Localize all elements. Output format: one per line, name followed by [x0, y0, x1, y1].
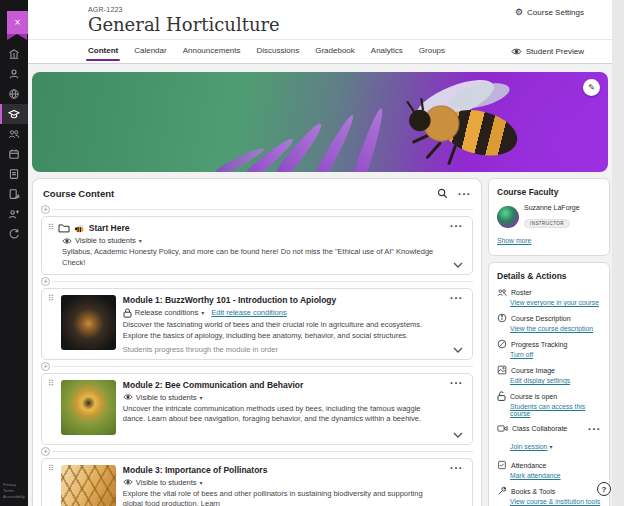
bee-illustration: [343, 76, 573, 168]
instructor-role-badge: INSTRUCTOR: [524, 219, 570, 228]
tab-analytics[interactable]: Analytics: [371, 41, 403, 62]
grades-icon: [8, 188, 20, 200]
instructor-avatar[interactable]: [497, 206, 519, 228]
drag-handle-icon[interactable]: ⠿: [48, 465, 54, 506]
base-nav-rail: × Privacy Terms Accessibility: [0, 0, 28, 506]
courses-icon: [8, 108, 20, 120]
item-menu-icon[interactable]: ···: [450, 466, 463, 470]
lock-icon: [123, 308, 132, 318]
add-content-button[interactable]: +: [41, 362, 50, 371]
item-visibility-row[interactable]: Visible to students ▾: [123, 478, 448, 487]
help-button[interactable]: ?: [597, 482, 611, 496]
item-menu-icon[interactable]: ···: [450, 296, 463, 300]
content-item-module-3[interactable]: ··· ⠿ Module 3: Importance of Pollinator…: [41, 458, 473, 506]
close-course-button[interactable]: ×: [7, 11, 28, 34]
details-actions-panel: Details & Actions Roster View everyone i…: [488, 262, 610, 506]
detail-row-roster: Roster View everyone in your course: [497, 288, 601, 306]
visible-eye-icon: [123, 478, 133, 486]
add-content-divider: +: [33, 275, 481, 288]
item-menu-icon[interactable]: ···: [450, 224, 463, 228]
item-visibility-row[interactable]: Visible to students ▾: [123, 393, 448, 402]
detail-label: Roster: [511, 289, 532, 296]
module-body: Module 1: BuzzWorthy 101 - Introduction …: [123, 295, 448, 354]
detail-row-course-open: Course is open Students can access this …: [497, 391, 601, 417]
module-body: Module 2: Bee Communication and Behavior…: [123, 380, 448, 435]
tab-content[interactable]: Content: [88, 41, 118, 62]
course-image-link[interactable]: Edit display settings: [510, 377, 601, 384]
nav-activity-stream[interactable]: [0, 84, 28, 104]
join-session-link[interactable]: Join session: [510, 443, 547, 450]
books-tools-link[interactable]: View course & institution tools: [510, 498, 601, 505]
nav-profile[interactable]: [0, 64, 28, 84]
tab-calendar[interactable]: Calendar: [134, 41, 166, 62]
edit-banner-button[interactable]: ✎: [583, 79, 600, 96]
add-content-button[interactable]: +: [41, 277, 50, 286]
caret-down-icon: ▾: [201, 309, 204, 316]
messages-icon: [8, 168, 20, 180]
calendar-icon: [8, 148, 20, 160]
add-content-button[interactable]: +: [41, 447, 50, 456]
detail-row-course-description: Course Description View the course descr…: [497, 313, 601, 332]
course-open-link[interactable]: Students can access this course: [510, 403, 601, 417]
nav-grades[interactable]: [0, 184, 28, 204]
drag-handle-icon[interactable]: ⠿: [48, 380, 54, 435]
content-item-module-1[interactable]: ··· ⠿ Module 1: BuzzWorthy 101 - Introdu…: [41, 288, 473, 360]
search-icon[interactable]: [437, 188, 448, 199]
tab-discussions[interactable]: Discussions: [257, 41, 300, 62]
course-description-link[interactable]: View the course description: [510, 325, 601, 332]
course-settings-button[interactable]: ⚙ Course Settings: [515, 8, 584, 17]
edit-release-conditions-link[interactable]: Edit release conditions: [211, 308, 286, 317]
student-preview-button[interactable]: Student Preview: [511, 47, 584, 56]
module-thumbnail: [61, 295, 116, 350]
item-menu-icon[interactable]: ···: [450, 381, 463, 385]
nav-messages[interactable]: [0, 164, 28, 184]
student-preview-eye-icon: [511, 47, 522, 56]
item-title[interactable]: Module 3: Importance of Pollinators: [123, 465, 448, 475]
nav-calendar[interactable]: [0, 144, 28, 164]
content-item-module-2[interactable]: ··· ⠿ Module 2: Bee Communication and Be…: [41, 373, 473, 445]
question-mark-icon: ?: [602, 485, 607, 494]
tab-announcements[interactable]: Announcements: [183, 41, 241, 62]
nav-courses[interactable]: [0, 104, 28, 124]
course-tabs: Content Calendar Announcements Discussio…: [88, 41, 511, 62]
content-item-start-here[interactable]: ··· ⠿ Start Here Visible to students ▾: [41, 216, 473, 275]
add-content-button[interactable]: +: [41, 205, 50, 214]
accessibility-link[interactable]: Accessibility: [3, 494, 25, 500]
detail-row-progress-tracking: Progress Tracking Turn off: [497, 339, 601, 358]
expand-chevron-icon[interactable]: [453, 432, 463, 438]
unlock-icon: [497, 391, 506, 401]
roster-link[interactable]: View everyone in your course: [510, 299, 601, 306]
nav-institution-page[interactable]: [0, 44, 28, 64]
tab-gradebook[interactable]: Gradebook: [315, 41, 355, 62]
course-faculty-title: Course Faculty: [497, 187, 601, 197]
join-session-row: Join session▾: [510, 435, 601, 453]
attendance-link[interactable]: Mark attendance: [510, 472, 601, 479]
content-menu-icon[interactable]: ···: [458, 192, 471, 196]
course-side-column: Course Faculty Suzanne LaForge INSTRUCTO…: [488, 178, 610, 506]
show-more-link[interactable]: Show more: [497, 237, 531, 244]
tab-groups[interactable]: Groups: [419, 41, 445, 62]
caret-down-icon: ▾: [200, 479, 203, 486]
nav-organizations[interactable]: [0, 124, 28, 144]
item-visibility-row[interactable]: Visible to students ▾: [62, 236, 448, 245]
nav-sign-out[interactable]: [0, 224, 28, 244]
drag-handle-icon[interactable]: ⠿: [48, 295, 54, 354]
expand-chevron-icon[interactable]: [453, 347, 463, 353]
divider-line: [52, 451, 473, 452]
divider-line: [52, 366, 473, 367]
collaborate-menu-icon[interactable]: ···: [588, 427, 601, 431]
expand-chevron-icon[interactable]: [453, 262, 463, 268]
tools-icon: [8, 208, 20, 220]
progress-tracking-link[interactable]: Turn off: [510, 351, 601, 358]
drag-handle-icon[interactable]: ⠿: [48, 224, 54, 232]
item-title[interactable]: Module 1: BuzzWorthy 101 - Introduction …: [123, 295, 448, 305]
course-image-icon: [497, 365, 507, 375]
item-title[interactable]: Start Here: [89, 223, 130, 233]
item-visibility-row[interactable]: Release conditions ▾ Edit release condit…: [123, 308, 448, 318]
item-visibility: Visible to students: [136, 393, 197, 402]
nav-tools[interactable]: [0, 204, 28, 224]
module-thumbnail: [61, 380, 116, 435]
main-columns: Course Content ··· + ··· ⠿: [32, 178, 608, 506]
item-title[interactable]: Module 2: Bee Communication and Behavior: [123, 380, 448, 390]
attendance-icon: [497, 460, 507, 470]
